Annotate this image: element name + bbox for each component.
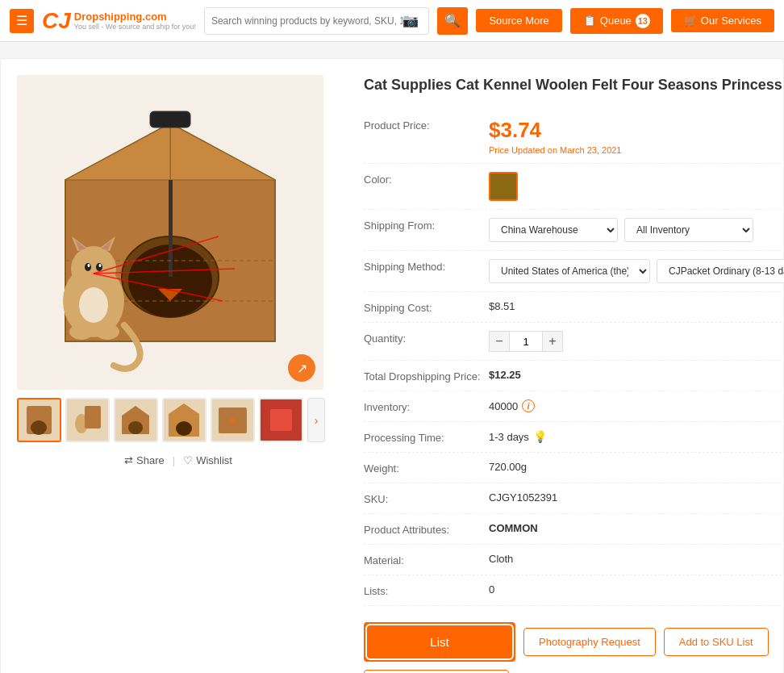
price-updated: Price Updated on March 23, 2021 xyxy=(489,145,622,155)
quantity-control: − + xyxy=(489,331,563,352)
photography-request-button[interactable]: Photography Request xyxy=(523,628,656,656)
lists-row: Lists: 0 xyxy=(364,575,784,606)
svg-point-26 xyxy=(95,324,119,340)
menu-button[interactable]: ☰ xyxy=(10,9,34,33)
lists-value: 0 xyxy=(489,583,494,596)
processing-time-label: Processing Time: xyxy=(364,430,481,444)
queue-badge: 13 xyxy=(636,14,650,28)
inventory-info-icon[interactable]: i xyxy=(522,399,535,412)
thumbnail-2[interactable] xyxy=(65,398,110,442)
header: ☰ CJ Dropshipping.com You sell - We sour… xyxy=(0,0,784,42)
separator: | xyxy=(173,454,175,466)
weight-label: Weight: xyxy=(364,461,481,474)
heart-icon: ♡ xyxy=(183,454,193,466)
lists-label: Lists: xyxy=(364,583,481,597)
qty-minus-button[interactable]: − xyxy=(489,331,510,352)
add-to-cart-button[interactable]: Add to Cart xyxy=(364,670,509,673)
inventory-value: 40000 xyxy=(489,400,518,412)
shipping-method-row: Shipping Method: United States of Americ… xyxy=(364,251,784,292)
color-swatch[interactable] xyxy=(489,172,518,201)
product-main-svg xyxy=(17,75,323,390)
search-button[interactable]: 🔍 xyxy=(437,7,468,35)
thumbnail-3[interactable] xyxy=(114,398,158,442)
price-label: Product Price: xyxy=(364,118,481,132)
list-button-wrapper: List xyxy=(364,622,515,662)
logo-sub: You sell - We source and ship for you! xyxy=(74,23,196,31)
queue-icon: 📋 xyxy=(583,15,596,27)
quantity-input[interactable] xyxy=(510,331,542,352)
sku-row: SKU: CJGY1052391 xyxy=(364,483,784,514)
svg-rect-4 xyxy=(150,111,190,127)
services-button[interactable]: 🛒 Our Services xyxy=(671,9,774,32)
shipping-from-label: Shipping From: xyxy=(364,218,481,232)
share-button[interactable]: ⇄ Share xyxy=(124,454,165,466)
svg-rect-44 xyxy=(270,409,292,431)
shipping-cost-value: $8.51 xyxy=(489,300,515,312)
sku-value: CJGY1052391 xyxy=(489,491,557,504)
attributes-row: Product Attributes: COMMON xyxy=(364,514,784,545)
thumbnail-6[interactable] xyxy=(259,398,303,442)
material-label: Material: xyxy=(364,553,481,566)
svg-point-39 xyxy=(176,421,192,436)
shipping-cost-row: Shipping Cost: $8.51 xyxy=(364,292,784,323)
share-icon: ⇄ xyxy=(124,454,133,466)
action-buttons: List Photography Request Add to SKU List… xyxy=(364,622,784,673)
thumbnail-5[interactable]: A xyxy=(211,398,255,442)
svg-point-36 xyxy=(128,421,143,434)
svg-point-18 xyxy=(96,263,102,271)
svg-point-20 xyxy=(99,264,102,267)
svg-rect-33 xyxy=(85,406,101,428)
shipping-cost-label: Shipping Cost: xyxy=(364,300,481,314)
shipping-from-select[interactable]: China Warehouse US Warehouse xyxy=(489,218,618,242)
svg-point-27 xyxy=(79,287,108,323)
add-to-sku-button[interactable]: Add to SKU List xyxy=(664,628,769,656)
shipping-from-row: Shipping From: China Warehouse US Wareho… xyxy=(364,210,784,251)
inventory-label: Inventory: xyxy=(364,399,481,413)
thumbnails: A › xyxy=(17,398,340,442)
material-value: Cloth xyxy=(489,553,513,565)
thumbnail-1[interactable] xyxy=(17,398,61,442)
main-content: ↗ A › ⇄ xyxy=(0,58,784,673)
wishlist-button[interactable]: ♡ Wishlist xyxy=(183,454,232,466)
right-panel: Cat Supplies Cat Kennel Woolen Felt Four… xyxy=(364,75,784,673)
weight-value: 720.00g xyxy=(489,461,527,473)
logo: CJ Dropshipping.com You sell - We source… xyxy=(42,8,196,34)
svg-point-17 xyxy=(85,263,91,271)
left-panel: ↗ A › ⇄ xyxy=(17,75,340,673)
services-icon: 🛒 xyxy=(684,15,697,27)
processing-time-value: 1-3 days xyxy=(489,431,529,443)
total-price-row: Total Dropshipping Price: $12.25 xyxy=(364,361,784,391)
product-title: Cat Supplies Cat Kennel Woolen Felt Four… xyxy=(364,75,784,95)
product-image-main: ↗ xyxy=(17,75,323,390)
weight-row: Weight: 720.00g xyxy=(364,453,784,483)
share-bottom-icon[interactable]: ↗ xyxy=(288,354,315,382)
quantity-label: Quantity: xyxy=(364,331,481,345)
inventory-select[interactable]: All Inventory In Stock xyxy=(624,218,753,242)
country-select[interactable]: United States of America (the) xyxy=(489,259,650,283)
price-row: Product Price: $3.74 Price Updated on Ma… xyxy=(364,110,784,164)
shipping-method-label: Shipping Method: xyxy=(364,259,481,273)
lamp-icon: 💡 xyxy=(533,430,547,443)
svg-point-30 xyxy=(31,420,47,435)
svg-point-19 xyxy=(88,264,90,267)
share-wishlist-bar: ⇄ Share | ♡ Wishlist xyxy=(17,454,340,466)
svg-point-25 xyxy=(69,324,94,340)
search-bar: 📷 xyxy=(204,7,430,35)
queue-button[interactable]: 📋 Queue 13 xyxy=(570,8,663,34)
price-value: $3.74 xyxy=(489,118,622,143)
total-price-label: Total Dropshipping Price: xyxy=(364,369,481,382)
source-more-button[interactable]: Source More xyxy=(476,9,561,32)
camera-icon: 📷 xyxy=(402,13,419,28)
method-select[interactable]: CJPacket Ordinary (8-13 days) xyxy=(657,259,784,283)
thumbnail-4[interactable] xyxy=(162,398,206,442)
qty-plus-button[interactable]: + xyxy=(542,331,563,352)
svg-rect-7 xyxy=(169,180,173,277)
thumbnails-next[interactable]: › xyxy=(307,398,325,442)
list-button[interactable]: List xyxy=(367,625,512,658)
search-input[interactable] xyxy=(211,15,403,27)
attributes-value: COMMON xyxy=(489,522,538,534)
color-row: Color: xyxy=(364,164,784,210)
sku-label: SKU: xyxy=(364,491,481,505)
material-row: Material: Cloth xyxy=(364,545,784,575)
svg-text:A: A xyxy=(230,416,236,425)
